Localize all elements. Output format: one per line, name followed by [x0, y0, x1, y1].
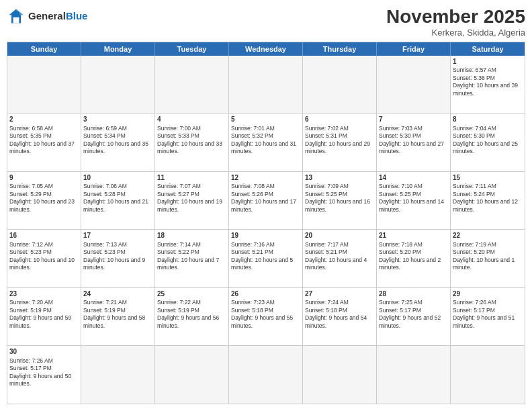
day-cell-3-4: 20Sunrise: 7:17 AMSunset: 5:21 PMDayligh…: [303, 230, 377, 287]
sunset-label: Sunset: 5:21 PM: [231, 248, 273, 255]
day-cell-4-3: 26Sunrise: 7:23 AMSunset: 5:18 PMDayligh…: [229, 288, 303, 346]
sunset-label: Sunset: 5:23 PM: [83, 248, 126, 255]
sunset-label: Sunset: 5:17 PM: [379, 307, 421, 314]
daylight-label: Daylight: 10 hours and 33 minutes.: [157, 140, 222, 154]
sunset-label: Sunset: 5:31 PM: [305, 132, 347, 139]
day-cell-5-5: [377, 346, 451, 404]
sunrise-label: Sunrise: 7:06 AM: [83, 183, 127, 189]
day-cell-2-0: 9Sunrise: 7:05 AMSunset: 5:29 PMDaylight…: [7, 172, 81, 230]
day-cell-0-0: [7, 56, 81, 113]
day-cell-5-3: [229, 346, 303, 404]
daylight-label: Daylight: 10 hours and 29 minutes.: [305, 140, 370, 154]
sunset-label: Sunset: 5:30 PM: [453, 132, 495, 139]
daylight-label: Daylight: 10 hours and 5 minutes.: [231, 257, 293, 271]
day-number: 28: [379, 289, 448, 299]
daylight-label: Daylight: 9 hours and 58 minutes.: [83, 314, 145, 328]
daylight-label: Daylight: 10 hours and 35 minutes.: [83, 140, 148, 154]
sunrise-label: Sunrise: 7:26 AM: [453, 299, 496, 306]
day-headers: Sunday Monday Tuesday Wednesday Thursday…: [7, 42, 525, 56]
sunrise-label: Sunrise: 7:22 AM: [157, 299, 201, 306]
daylight-label: Daylight: 10 hours and 19 minutes.: [157, 198, 222, 212]
day-cell-4-5: 28Sunrise: 7:25 AMSunset: 5:17 PMDayligh…: [377, 288, 451, 346]
header-monday: Monday: [81, 42, 155, 56]
day-cell-1-5: 7Sunrise: 7:03 AMSunset: 5:30 PMDaylight…: [377, 113, 451, 171]
day-cell-0-6: 1Sunrise: 6:57 AMSunset: 5:36 PMDaylight…: [451, 56, 525, 113]
day-number: 23: [9, 289, 79, 299]
sunset-label: Sunset: 5:20 PM: [453, 248, 495, 255]
day-cell-0-2: [155, 56, 229, 113]
day-cell-4-6: 29Sunrise: 7:26 AMSunset: 5:17 PMDayligh…: [451, 288, 525, 346]
sunrise-label: Sunrise: 7:17 AM: [305, 241, 349, 248]
day-cell-1-0: 2Sunrise: 6:58 AMSunset: 5:35 PMDaylight…: [7, 113, 81, 171]
header-saturday: Saturday: [451, 42, 525, 56]
day-number: 1: [453, 57, 523, 66]
daylight-label: Daylight: 9 hours and 52 minutes.: [379, 314, 441, 328]
day-cell-2-6: 15Sunrise: 7:11 AMSunset: 5:24 PMDayligh…: [451, 172, 525, 230]
day-cell-5-4: [303, 346, 377, 404]
day-cell-1-3: 5Sunrise: 7:01 AMSunset: 5:32 PMDaylight…: [229, 113, 303, 171]
sunset-label: Sunset: 5:28 PM: [83, 191, 126, 197]
daylight-label: Daylight: 10 hours and 39 minutes.: [453, 82, 518, 96]
daylight-label: Daylight: 9 hours and 54 minutes.: [305, 314, 367, 328]
daylight-label: Daylight: 9 hours and 59 minutes.: [9, 314, 71, 328]
day-number: 19: [231, 231, 300, 240]
week-row-0: 1Sunrise: 6:57 AMSunset: 5:36 PMDaylight…: [7, 56, 525, 113]
sunrise-label: Sunrise: 7:02 AM: [305, 125, 349, 132]
sunrise-label: Sunrise: 7:23 AM: [231, 299, 275, 306]
day-cell-1-1: 3Sunrise: 6:59 AMSunset: 5:34 PMDaylight…: [81, 113, 155, 171]
day-number: 2: [9, 115, 79, 124]
day-number: 21: [379, 231, 448, 240]
title-block: November 2025 Kerkera, Skidda, Algeria: [386, 7, 525, 38]
sunrise-label: Sunrise: 7:10 AM: [379, 183, 423, 189]
day-cell-5-2: [155, 346, 229, 404]
sunset-label: Sunset: 5:19 PM: [9, 307, 52, 314]
daylight-label: Daylight: 10 hours and 10 minutes.: [9, 257, 75, 271]
day-number: 16: [9, 231, 79, 240]
daylight-label: Daylight: 10 hours and 31 minutes.: [231, 140, 296, 154]
daylight-label: Daylight: 10 hours and 2 minutes.: [379, 257, 441, 271]
sunset-label: Sunset: 5:34 PM: [83, 132, 126, 139]
day-number: 8: [453, 115, 523, 124]
sunrise-label: Sunrise: 7:09 AM: [305, 183, 349, 189]
sunset-label: Sunset: 5:18 PM: [305, 307, 347, 314]
page: GeneralBlue November 2025 Kerkera, Skidd…: [0, 0, 532, 411]
sunset-label: Sunset: 5:25 PM: [379, 191, 421, 197]
daylight-label: Daylight: 9 hours and 56 minutes.: [157, 314, 219, 328]
day-number: 11: [157, 173, 226, 183]
daylight-label: Daylight: 10 hours and 9 minutes.: [83, 257, 145, 271]
week-row-3: 16Sunrise: 7:12 AMSunset: 5:23 PMDayligh…: [7, 229, 525, 287]
day-number: 7: [379, 115, 448, 124]
sunset-label: Sunset: 5:24 PM: [453, 191, 495, 197]
day-cell-0-3: [229, 56, 303, 113]
sunset-label: Sunset: 5:20 PM: [379, 248, 421, 255]
calendar-body: 1Sunrise: 6:57 AMSunset: 5:36 PMDaylight…: [7, 56, 525, 404]
day-cell-5-6: [451, 346, 525, 404]
sunrise-label: Sunrise: 7:13 AM: [83, 241, 127, 248]
day-cell-3-1: 17Sunrise: 7:13 AMSunset: 5:23 PMDayligh…: [81, 230, 155, 287]
header: GeneralBlue November 2025 Kerkera, Skidd…: [7, 7, 525, 38]
sunset-label: Sunset: 5:29 PM: [9, 191, 52, 197]
sunrise-label: Sunrise: 7:26 AM: [9, 357, 53, 364]
day-number: 14: [379, 173, 448, 183]
day-number: 17: [83, 231, 152, 240]
sunrise-label: Sunrise: 7:01 AM: [231, 125, 275, 132]
day-cell-3-2: 18Sunrise: 7:14 AMSunset: 5:22 PMDayligh…: [155, 230, 229, 287]
sunrise-label: Sunrise: 7:18 AM: [379, 241, 423, 248]
day-number: 30: [9, 347, 79, 357]
sunset-label: Sunset: 5:19 PM: [157, 307, 200, 314]
day-cell-4-4: 27Sunrise: 7:24 AMSunset: 5:18 PMDayligh…: [303, 288, 377, 346]
sunset-label: Sunset: 5:26 PM: [231, 191, 273, 197]
daylight-label: Daylight: 10 hours and 7 minutes.: [157, 257, 219, 271]
daylight-label: Daylight: 10 hours and 17 minutes.: [231, 198, 296, 212]
sunset-label: Sunset: 5:36 PM: [453, 75, 495, 81]
header-sunday: Sunday: [7, 42, 81, 56]
day-number: 6: [305, 115, 374, 124]
sunrise-label: Sunrise: 7:16 AM: [231, 241, 275, 248]
day-cell-0-5: [377, 56, 451, 113]
sunset-label: Sunset: 5:23 PM: [9, 248, 52, 255]
week-row-2: 9Sunrise: 7:05 AMSunset: 5:29 PMDaylight…: [7, 171, 525, 230]
day-number: 15: [453, 173, 523, 183]
day-cell-3-5: 21Sunrise: 7:18 AMSunset: 5:20 PMDayligh…: [377, 230, 451, 287]
sunset-label: Sunset: 5:30 PM: [379, 132, 421, 139]
day-number: 13: [305, 173, 374, 183]
